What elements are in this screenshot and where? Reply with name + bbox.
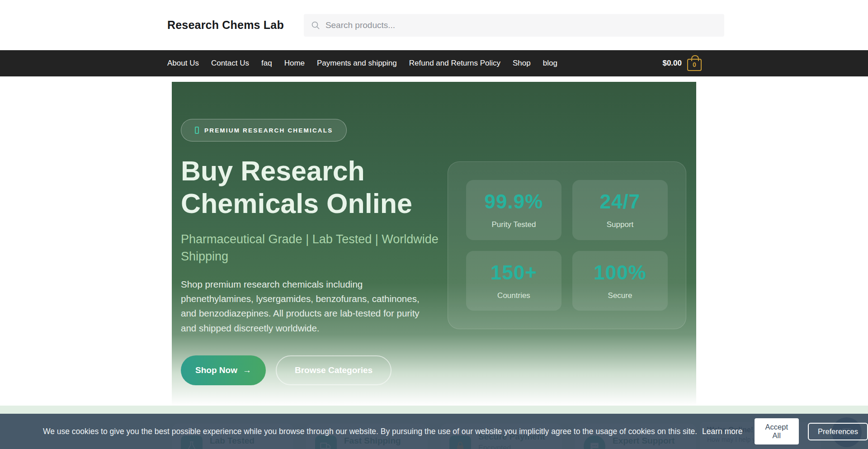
stat-label: Countries: [497, 291, 530, 300]
stat-value: 150+: [491, 261, 537, 284]
site-header: Research Chems Lab: [0, 0, 868, 50]
nav-item-home[interactable]: Home: [284, 59, 305, 68]
stat-card-countries: 150+ Countries: [466, 251, 561, 311]
search-input[interactable]: [326, 20, 717, 30]
hero-cta-row: Shop Now → Browse Categories: [181, 355, 696, 385]
shop-now-button[interactable]: Shop Now →: [181, 355, 266, 385]
stat-value: 100%: [594, 261, 646, 284]
cookie-accept-button[interactable]: Accept All: [755, 418, 799, 444]
stats-panel: 99.9% Purity Tested 24/7 Support 150+ Co…: [448, 161, 686, 329]
stat-card-support: 24/7 Support: [572, 180, 668, 240]
search-icon: [311, 21, 320, 30]
cart-button[interactable]: $0.00 0: [662, 56, 702, 71]
hero-subtitle: Pharmaceutical Grade | Lab Tested | Worl…: [181, 231, 443, 265]
hero-description: Shop premium research chemicals includin…: [181, 277, 425, 336]
stat-card-secure: 100% Secure: [572, 251, 668, 311]
nav-item-faq[interactable]: faq: [261, 59, 272, 68]
hero-badge: PREMIUM RESEARCH CHEMICALS: [181, 119, 347, 142]
stat-value: 99.9%: [485, 190, 543, 213]
nav-item-refund[interactable]: Refund and Returns Policy: [409, 59, 500, 68]
cookie-message-text: We use cookies to give you the best poss…: [43, 427, 697, 436]
nav-item-about[interactable]: About Us: [167, 59, 199, 68]
shop-now-label: Shop Now: [195, 365, 237, 375]
stat-label: Support: [607, 220, 634, 229]
nav-item-payments[interactable]: Payments and shipping: [317, 59, 397, 68]
cookie-banner: We use cookies to give you the best poss…: [0, 414, 868, 449]
cookie-preferences-button[interactable]: Preferences: [808, 423, 868, 440]
hero-section: PREMIUM RESEARCH CHEMICALS Buy Research …: [172, 82, 696, 406]
arrow-right-icon: →: [243, 365, 251, 375]
flask-glyph-icon: [195, 127, 199, 134]
nav-item-contact[interactable]: Contact Us: [211, 59, 249, 68]
main-nav: About Us Contact Us faq Home Payments an…: [0, 50, 868, 76]
hero-title: Buy Research Chemicals Online: [181, 155, 439, 220]
cookie-message: We use cookies to give you the best poss…: [43, 427, 743, 436]
site-logo[interactable]: Research Chems Lab: [167, 19, 284, 32]
stat-value: 24/7: [600, 190, 641, 213]
browse-categories-button[interactable]: Browse Categories: [276, 355, 392, 385]
cart-total: $0.00: [662, 59, 682, 68]
search-bar[interactable]: [304, 14, 724, 37]
nav-item-shop[interactable]: Shop: [513, 59, 531, 68]
cookie-learn-more-link[interactable]: Learn more: [702, 427, 743, 436]
stat-card-purity: 99.9% Purity Tested: [466, 180, 561, 240]
cart-bag-icon: 0: [687, 59, 702, 71]
stat-label: Purity Tested: [492, 220, 536, 229]
stat-label: Secure: [608, 291, 632, 300]
cart-count-badge: 0: [693, 61, 696, 68]
nav-links: About Us Contact Us faq Home Payments an…: [167, 59, 557, 68]
hero-badge-label: PREMIUM RESEARCH CHEMICALS: [204, 127, 333, 134]
nav-item-blog[interactable]: blog: [543, 59, 557, 68]
